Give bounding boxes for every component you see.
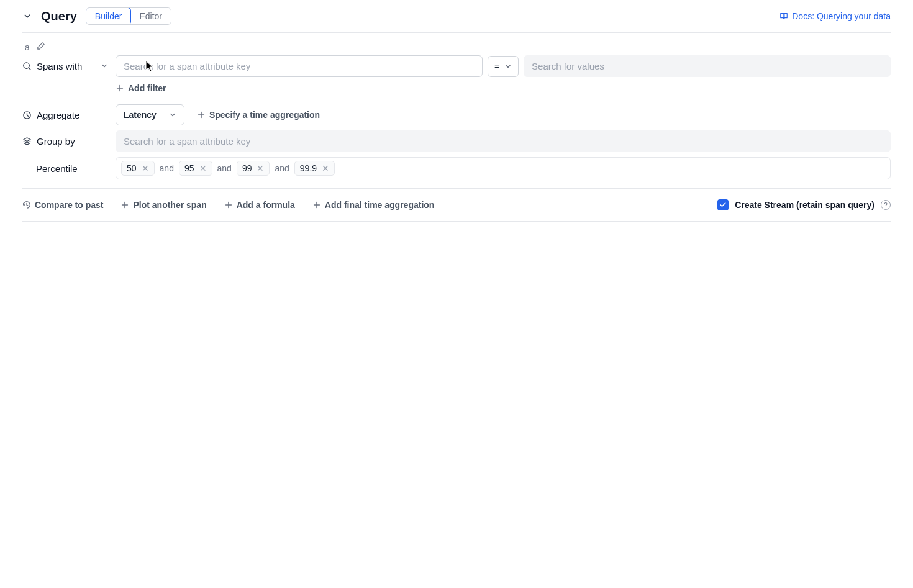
add-filter-row: Add filter <box>22 81 891 96</box>
plus-icon <box>224 201 233 209</box>
specify-time-agg-button[interactable]: Specify a time aggregation <box>197 107 320 122</box>
collapse-icon[interactable] <box>22 11 32 21</box>
compare-to-past-button[interactable]: Compare to past <box>22 197 103 212</box>
query-header: Query Builder Editor Docs: Querying your… <box>22 7 891 33</box>
layers-icon <box>22 137 32 146</box>
aggregate-content: Latency Specify a time aggregation <box>116 104 891 125</box>
actions-right: Create Stream (retain span query) ? <box>717 199 891 210</box>
group-by-content <box>116 130 891 152</box>
add-filter-button[interactable]: Add filter <box>116 81 891 96</box>
help-icon[interactable]: ? <box>881 200 891 210</box>
close-icon[interactable]: ✕ <box>142 164 149 173</box>
add-formula-button[interactable]: Add a formula <box>224 197 295 212</box>
aggregate-label: Aggregate <box>22 110 108 120</box>
chevron-down-icon <box>169 111 176 119</box>
percentile-text: Percentile <box>36 163 108 174</box>
spans-with-text: Spans with <box>37 61 96 71</box>
operator-select[interactable]: = <box>488 56 519 77</box>
percentile-row: Percentile 50 ✕ and 95 ✕ and 99 ✕ and 99… <box>22 157 891 179</box>
add-formula-text: Add a formula <box>237 200 295 210</box>
percentile-tag-99: 99 ✕ <box>237 161 270 176</box>
operator-value: = <box>494 61 499 71</box>
and-text: and <box>160 163 174 173</box>
group-by-label: Group by <box>22 136 108 147</box>
percentile-value: 99.9 <box>300 163 317 173</box>
history-icon <box>22 201 31 209</box>
create-stream-checkbox[interactable] <box>717 199 729 210</box>
search-icon <box>22 61 32 71</box>
plus-icon <box>312 201 321 209</box>
page-title: Query <box>41 9 77 24</box>
and-text: and <box>275 163 289 173</box>
percentile-container[interactable]: 50 ✕ and 95 ✕ and 99 ✕ and 99.9 ✕ <box>116 157 891 179</box>
plot-another-text: Plot another span <box>133 200 206 210</box>
plus-icon <box>116 84 124 93</box>
check-icon <box>719 201 727 209</box>
tab-editor[interactable]: Editor <box>130 8 171 24</box>
add-final-time-text: Add final time aggregation <box>325 200 435 210</box>
group-by-row: Group by <box>22 130 891 152</box>
plus-icon <box>197 111 206 119</box>
aggregate-value: Latency <box>124 110 157 120</box>
percentile-value: 50 <box>127 163 137 173</box>
docs-link-text: Docs: Querying your data <box>792 11 891 21</box>
add-filter-text: Add filter <box>128 83 166 93</box>
percentile-value: 99 <box>242 163 252 173</box>
tab-builder[interactable]: Builder <box>86 7 132 25</box>
add-final-time-agg-button[interactable]: Add final time aggregation <box>312 197 435 212</box>
spans-with-content: = <box>116 55 891 77</box>
book-icon <box>779 12 788 20</box>
tabs: Builder Editor <box>86 7 171 25</box>
docs-link[interactable]: Docs: Querying your data <box>779 11 891 21</box>
actions-row: Compare to past Plot another span Add a … <box>22 188 891 222</box>
close-icon[interactable]: ✕ <box>257 164 264 173</box>
percentile-tag-999: 99.9 ✕ <box>294 161 335 176</box>
percentile-tag-95: 95 ✕ <box>179 161 212 176</box>
series-label-row: a <box>22 42 891 53</box>
edit-icon[interactable] <box>36 42 45 53</box>
aggregate-text: Aggregate <box>37 110 108 120</box>
clock-icon <box>22 111 32 120</box>
series-letter: a <box>25 42 30 52</box>
plot-another-span-button[interactable]: Plot another span <box>120 197 206 212</box>
percentile-value: 95 <box>184 163 194 173</box>
actions-left: Compare to past Plot another span Add a … <box>22 197 434 212</box>
header-left: Query Builder Editor <box>22 7 771 25</box>
span-attribute-input[interactable] <box>116 55 483 77</box>
query-body: a Spans with = Add filter <box>22 33 891 222</box>
values-input[interactable] <box>524 55 891 77</box>
close-icon[interactable]: ✕ <box>199 164 207 173</box>
compare-past-text: Compare to past <box>35 200 103 210</box>
group-by-input[interactable] <box>116 130 891 152</box>
and-text: and <box>217 163 232 173</box>
percentile-label: Percentile <box>22 163 108 174</box>
create-stream-label: Create Stream (retain span query) <box>735 200 874 210</box>
chevron-down-icon[interactable] <box>101 61 108 71</box>
aggregate-row: Aggregate Latency Specify a time aggrega… <box>22 104 891 125</box>
group-by-text: Group by <box>37 136 108 147</box>
percentile-tag-50: 50 ✕ <box>121 161 155 176</box>
close-icon[interactable]: ✕ <box>322 164 329 173</box>
spans-with-label[interactable]: Spans with <box>22 61 108 71</box>
spans-with-row: Spans with = <box>22 55 891 77</box>
plus-icon <box>120 201 129 209</box>
aggregate-select[interactable]: Latency <box>116 104 184 125</box>
specify-time-agg-text: Specify a time aggregation <box>209 110 320 120</box>
chevron-down-icon <box>504 63 512 70</box>
